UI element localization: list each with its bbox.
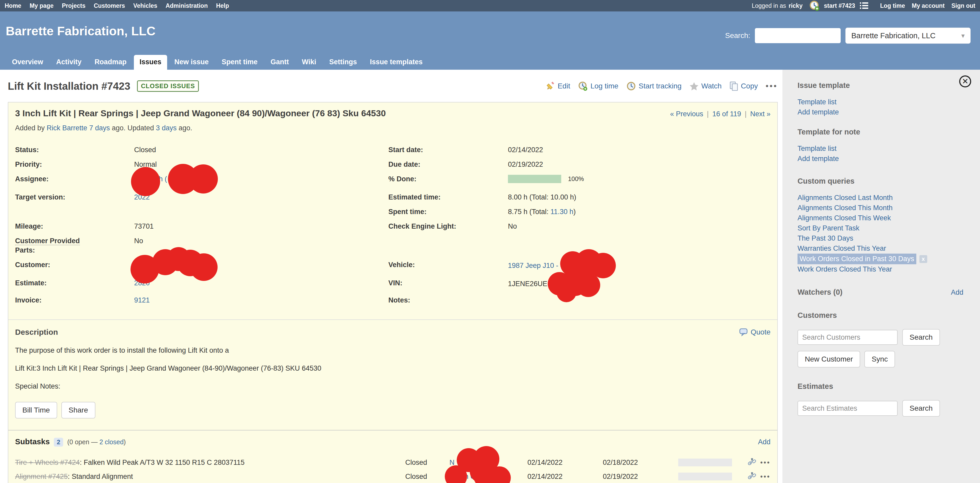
tab-activity[interactable]: Activity [51, 55, 88, 70]
vehicle-label: Vehicle: [388, 258, 508, 276]
quote-button[interactable]: Quote [739, 328, 770, 336]
close-icon[interactable]: ✕ [959, 75, 971, 88]
notes-value [508, 293, 770, 308]
contextual-toolbar: Edit Log time [546, 81, 778, 91]
tab-issues[interactable]: Issues [134, 55, 167, 70]
invoice-value: 9121 [134, 293, 388, 308]
subtask-issue-link[interactable]: Alignment #7425 [15, 473, 68, 480]
app-header: Barrette Fabrication, LLC Search: Barret… [0, 11, 980, 70]
previous-issue-link[interactable]: « Previous [670, 110, 703, 118]
issue-position-link[interactable]: 16 of 119 [712, 110, 741, 118]
subtask-subject: Alignment #7425: Standard Alignment [15, 473, 405, 481]
priority-label: Priority: [15, 157, 134, 172]
subtasks-closed-link[interactable]: 2 closed [99, 438, 124, 446]
subtask-start-date: 02/14/2022 [527, 459, 603, 467]
next-issue-link[interactable]: Next » [750, 110, 770, 118]
redaction-scribble [576, 273, 600, 297]
search-estimates-button[interactable]: Search [902, 400, 940, 417]
author-link[interactable]: Rick Barrette [47, 124, 88, 132]
add-template-link[interactable]: Add template [797, 107, 963, 117]
log-time-button[interactable]: Log time [578, 81, 618, 91]
subtask-more-button[interactable]: ••• [760, 459, 770, 467]
search-customers-input[interactable] [797, 330, 897, 345]
description-paragraph: Special Notes: [15, 383, 770, 391]
top-menu-administration[interactable]: Administration [165, 2, 208, 10]
custom-query-link[interactable]: Alignments Closed This Month [797, 203, 963, 213]
project-select[interactable]: Barrette Fabrication, LLC ▾ [845, 27, 970, 44]
more-actions-button[interactable]: ••• [765, 82, 778, 91]
notes-label: Notes: [388, 293, 508, 308]
top-menu-projects[interactable]: Projects [62, 2, 86, 10]
unlink-icon[interactable] [747, 458, 757, 467]
timer-list-icon[interactable] [859, 2, 869, 10]
subtask-assignee-link[interactable]: N [449, 459, 455, 466]
vehicle-value: 1987 Jeep J10 - [508, 258, 770, 276]
add-subtask-link[interactable]: Add [758, 438, 770, 446]
search-customers-button[interactable]: Search [902, 329, 940, 346]
top-menu-my-page[interactable]: My page [30, 2, 54, 10]
top-menu-right: Logged in as ricky start #7423 Log time [752, 0, 975, 11]
empty-cell [388, 234, 508, 258]
bill-time-button[interactable]: Bill Time [15, 402, 57, 419]
tab-spent-time[interactable]: Spent time [216, 55, 263, 70]
logged-in-user-link[interactable]: ricky [789, 2, 803, 10]
tab-issue-templates[interactable]: Issue templates [364, 55, 428, 70]
added-ago-link[interactable]: 7 days [89, 124, 110, 132]
custom-query-link[interactable]: Alignments Closed This Week [797, 213, 963, 223]
tab-overview[interactable]: Overview [6, 55, 49, 70]
add-watcher-link[interactable]: Add [951, 289, 963, 296]
tab-gantt[interactable]: Gantt [265, 55, 295, 70]
start-timer-link[interactable]: start #7423 [824, 2, 855, 10]
my-account-link[interactable]: My account [912, 2, 945, 10]
timer-clock-icon[interactable] [809, 0, 819, 11]
top-menu-customers[interactable]: Customers [94, 2, 125, 10]
due-date-label: Due date: [388, 157, 508, 172]
edit-button[interactable]: Edit [546, 82, 570, 91]
top-menu-help[interactable]: Help [216, 2, 229, 10]
subtask-row: Alignment #7425: Standard Alignment Clos… [15, 469, 770, 483]
updated-ago-link[interactable]: 3 days [156, 124, 177, 132]
sync-button[interactable]: Sync [864, 351, 895, 368]
watch-label: Watch [702, 82, 722, 90]
copy-button[interactable]: Copy [729, 81, 758, 91]
pagination-separator: | [745, 110, 746, 118]
invoice-link[interactable]: 9121 [134, 296, 150, 304]
tab-settings[interactable]: Settings [324, 55, 363, 70]
search-estimates-input[interactable] [797, 401, 897, 416]
mileage-label: Mileage: [15, 219, 134, 234]
new-customer-button[interactable]: New Customer [797, 351, 860, 368]
selected-custom-query-label[interactable]: Work Orders Closed in Past 30 Days [797, 253, 916, 264]
unlink-icon[interactable] [747, 472, 757, 481]
tab-wiki[interactable]: Wiki [296, 55, 322, 70]
tab-roadmap[interactable]: Roadmap [89, 55, 132, 70]
note-add-template-link[interactable]: Add template [797, 154, 963, 164]
spent-time-total-link[interactable]: 11.30 h [550, 208, 573, 216]
share-button[interactable]: Share [61, 402, 95, 419]
template-list-link[interactable]: Template list [797, 97, 963, 107]
search-input[interactable] [755, 28, 841, 43]
log-time-link[interactable]: Log time [880, 2, 905, 10]
subtask-issue-link[interactable]: Tire + Wheels #7424 [15, 459, 80, 466]
subtask-more-button[interactable]: ••• [760, 473, 770, 481]
note-template-list-link[interactable]: Template list [797, 143, 963, 154]
top-menu-home[interactable]: Home [5, 2, 21, 10]
clear-query-icon[interactable]: x [920, 255, 927, 263]
custom-query-link[interactable]: Work Orders Closed This Year [797, 264, 963, 274]
start-tracking-button[interactable]: Start tracking [626, 81, 682, 91]
empty-cell [15, 204, 134, 219]
subtask-progress-bar [678, 473, 732, 480]
subtask-due-date: 02/18/2022 [603, 459, 678, 467]
tab-new-issue[interactable]: New issue [169, 55, 215, 70]
top-menu-vehicles[interactable]: Vehicles [134, 2, 157, 10]
custom-query-link[interactable]: Sort By Parent Task [797, 223, 963, 233]
redaction-scribble [557, 282, 576, 302]
top-menu-left: Home My page Projects Customers Vehicles… [5, 2, 229, 10]
custom-query-link[interactable]: The Past 30 Days [797, 233, 963, 244]
watchers-heading: Watchers (0) [797, 288, 843, 296]
sign-out-link[interactable]: Sign out [951, 2, 975, 10]
vehicle-link[interactable]: 1987 Jeep J10 - [508, 261, 558, 269]
custom-query-link[interactable]: Warranties Closed This Year [797, 244, 963, 253]
custom-query-link[interactable]: Alignments Closed Last Month [797, 193, 963, 203]
spent-time-value: 8.75 h (Total: 11.30 h) [508, 204, 770, 219]
watch-button[interactable]: Watch [689, 82, 722, 91]
